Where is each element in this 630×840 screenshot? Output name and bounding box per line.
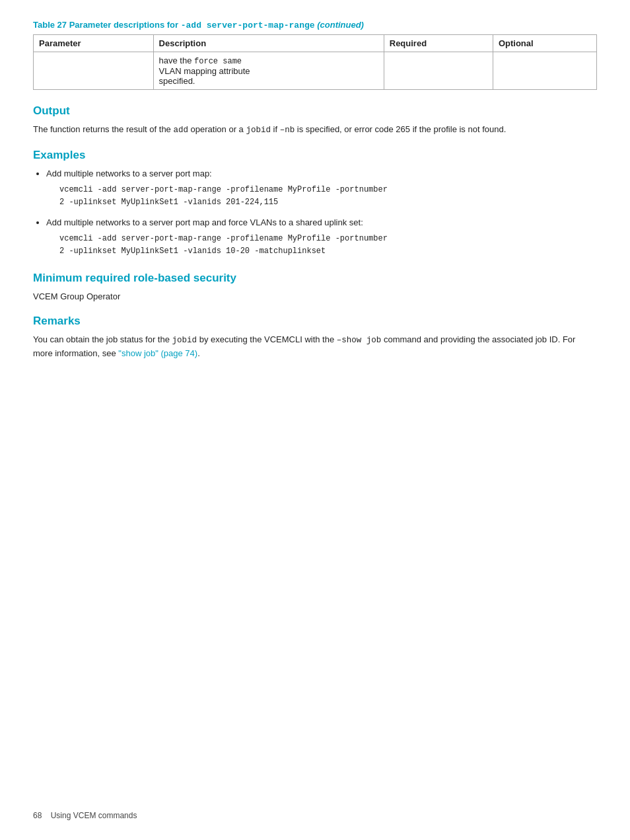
col-description: Description — [153, 35, 384, 52]
output-text: The function returns the result of the a… — [33, 123, 597, 137]
table-row: have the force same VLAN mapping attribu… — [34, 52, 597, 90]
inline-code-jobid2: jobid — [172, 336, 197, 345]
page-footer: 68 Using VCEM commands — [33, 811, 137, 820]
cell-parameter — [34, 52, 154, 90]
footer-text: Using VCEM commands — [51, 811, 137, 820]
parameter-table: Parameter Description Required Optional … — [33, 34, 597, 90]
example1-text: Add multiple networks to a server port m… — [46, 169, 212, 178]
examples-heading: Examples — [33, 149, 597, 162]
output-heading: Output — [33, 104, 597, 118]
caption-suffix: (continued) — [315, 20, 364, 30]
col-parameter: Parameter — [34, 35, 154, 52]
inline-code-force-same: force same — [194, 57, 242, 66]
remarks-heading: Remarks — [33, 315, 597, 328]
col-required: Required — [384, 35, 493, 52]
example1-code: vcemcli -add server-port-map-range -prof… — [46, 182, 597, 210]
col-optional: Optional — [493, 35, 596, 52]
page-number: 68 — [33, 811, 42, 820]
inline-code-nb: –nb — [280, 126, 295, 135]
example2-text: Add multiple networks to a server port m… — [46, 217, 363, 227]
examples-list: Add multiple networks to a server port m… — [46, 167, 597, 260]
min-security-heading: Minimum required role-based security — [33, 272, 597, 285]
cell-optional — [493, 52, 596, 90]
list-item: Add multiple networks to a server port m… — [46, 167, 597, 211]
cell-required — [384, 52, 493, 90]
show-job-link[interactable]: "show job" (page 74) — [118, 348, 197, 358]
caption-prefix: Table 27 Parameter descriptions for — [33, 20, 181, 30]
caption-cmd: -add server-port-map-range — [181, 20, 315, 30]
cell-description: have the force same VLAN mapping attribu… — [153, 52, 384, 90]
list-item: Add multiple networks to a server port m… — [46, 216, 597, 260]
inline-code-show-job: –show job — [337, 336, 382, 345]
inline-code-jobid: jobid — [246, 126, 271, 135]
remarks-text: You can obtain the job status for the jo… — [33, 333, 597, 360]
example2-code: vcemcli -add server-port-map-range -prof… — [46, 231, 597, 259]
min-security-text: VCEM Group Operator — [33, 290, 597, 303]
table-caption: Table 27 Parameter descriptions for -add… — [33, 20, 597, 30]
inline-code-add: add — [173, 126, 188, 135]
